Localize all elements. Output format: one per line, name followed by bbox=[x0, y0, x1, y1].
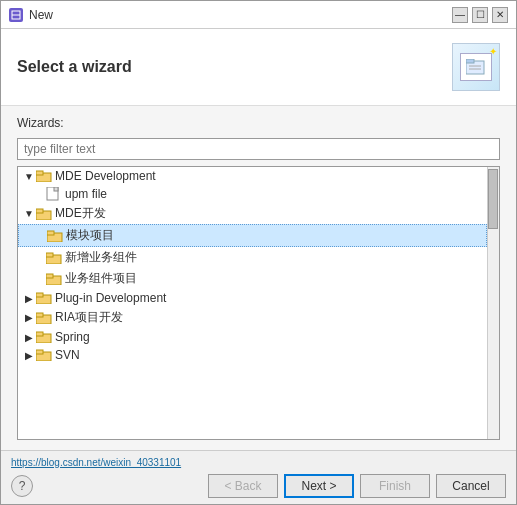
svg-rect-22 bbox=[36, 313, 43, 317]
bottom-bar: https://blog.csdn.net/weixin_40331101 ? … bbox=[1, 450, 516, 504]
next-button[interactable]: Next > bbox=[284, 474, 354, 498]
scrollbar[interactable] bbox=[487, 167, 499, 439]
close-button[interactable]: ✕ bbox=[492, 7, 508, 23]
tree-label-plugin-dev: Plug-in Development bbox=[55, 291, 166, 305]
expand-arrow-spring[interactable]: ▶ bbox=[22, 332, 36, 343]
svg-rect-12 bbox=[36, 209, 43, 213]
tree-label-mde-dev: MDE Development bbox=[55, 169, 156, 183]
tree-item-biz-component[interactable]: 业务组件项目 bbox=[18, 268, 487, 289]
folder-icon-ria bbox=[36, 312, 52, 324]
tree-item-mde-dev[interactable]: ▼ MDE Development bbox=[18, 167, 487, 185]
folder-icon-plugin bbox=[36, 292, 52, 304]
wizards-label: Wizards: bbox=[17, 116, 500, 130]
tree-item-svn[interactable]: ▶ SVN bbox=[18, 346, 487, 364]
tree-item-spring[interactable]: ▶ Spring bbox=[18, 328, 487, 346]
svg-rect-16 bbox=[46, 253, 53, 257]
button-row: ? < Back Next > Finish Cancel bbox=[11, 474, 506, 498]
tree-item-module-project[interactable]: 模块项目 bbox=[18, 224, 487, 247]
expand-arrow-svn[interactable]: ▶ bbox=[22, 350, 36, 361]
header-title: Select a wizard bbox=[17, 58, 132, 76]
expand-arrow-ria[interactable]: ▶ bbox=[22, 312, 36, 323]
tree-container[interactable]: ▼ MDE Development upm file ▼ bbox=[17, 166, 500, 440]
svg-rect-10 bbox=[54, 187, 58, 191]
nav-buttons: < Back Next > Finish Cancel bbox=[208, 474, 506, 498]
tree-label-spring: Spring bbox=[55, 330, 90, 344]
content-section: Wizards: ▼ MDE Development upm file bbox=[1, 106, 516, 450]
folder-icon-mde-dev bbox=[36, 170, 52, 182]
wizard-header-image bbox=[452, 43, 500, 91]
tree-label-upm-file: upm file bbox=[65, 187, 107, 201]
tree-label-new-biz: 新增业务组件 bbox=[65, 249, 137, 266]
expand-arrow-mde-zh[interactable]: ▼ bbox=[22, 208, 36, 219]
svg-rect-14 bbox=[47, 231, 54, 235]
minimize-button[interactable]: — bbox=[452, 7, 468, 23]
dialog-title: New bbox=[29, 8, 53, 22]
tree-label-mde-zh: MDE开发 bbox=[55, 205, 106, 222]
title-bar-left: New bbox=[9, 8, 53, 22]
folder-icon-svn bbox=[36, 349, 52, 361]
tree-item-new-biz[interactable]: 新增业务组件 bbox=[18, 247, 487, 268]
folder-icon-biz-component bbox=[46, 273, 62, 285]
finish-button[interactable]: Finish bbox=[360, 474, 430, 498]
svg-rect-20 bbox=[36, 293, 43, 297]
header-section: Select a wizard bbox=[1, 29, 516, 106]
scrollbar-thumb[interactable] bbox=[488, 169, 498, 229]
expand-arrow-plugin[interactable]: ▶ bbox=[22, 293, 36, 304]
tree-label-svn: SVN bbox=[55, 348, 80, 362]
svg-rect-26 bbox=[36, 350, 43, 354]
wizard-image-inner bbox=[460, 53, 492, 81]
svg-rect-24 bbox=[36, 332, 43, 336]
tree-scroll-area[interactable]: ▼ MDE Development upm file ▼ bbox=[18, 167, 487, 439]
tree-item-upm-file[interactable]: upm file bbox=[18, 185, 487, 203]
folder-icon-spring bbox=[36, 331, 52, 343]
tree-item-plugin-dev[interactable]: ▶ Plug-in Development bbox=[18, 289, 487, 307]
svg-rect-3 bbox=[466, 59, 474, 63]
folder-icon-module bbox=[47, 230, 63, 242]
title-controls: — ☐ ✕ bbox=[452, 7, 508, 23]
new-wizard-dialog: New — ☐ ✕ Select a wizard Wizards: bbox=[0, 0, 517, 505]
tree-label-module-project: 模块项目 bbox=[66, 227, 114, 244]
tree-label-ria: RIA项目开发 bbox=[55, 309, 123, 326]
tree-item-mde-zh[interactable]: ▼ MDE开发 bbox=[18, 203, 487, 224]
title-bar: New — ☐ ✕ bbox=[1, 1, 516, 29]
maximize-button[interactable]: ☐ bbox=[472, 7, 488, 23]
cancel-button[interactable]: Cancel bbox=[436, 474, 506, 498]
help-button[interactable]: ? bbox=[11, 475, 33, 497]
folder-icon-mde-zh bbox=[36, 208, 52, 220]
app-icon bbox=[9, 8, 23, 22]
back-button[interactable]: < Back bbox=[208, 474, 278, 498]
filter-input[interactable] bbox=[17, 138, 500, 160]
tree-label-biz-component: 业务组件项目 bbox=[65, 270, 137, 287]
expand-arrow-mde-dev[interactable]: ▼ bbox=[22, 171, 36, 182]
tree-item-ria[interactable]: ▶ RIA项目开发 bbox=[18, 307, 487, 328]
file-icon-upm bbox=[46, 187, 62, 201]
svg-rect-18 bbox=[46, 274, 53, 278]
status-url: https://blog.csdn.net/weixin_40331101 bbox=[11, 457, 506, 470]
svg-rect-7 bbox=[36, 171, 43, 175]
folder-icon-new-biz bbox=[46, 252, 62, 264]
